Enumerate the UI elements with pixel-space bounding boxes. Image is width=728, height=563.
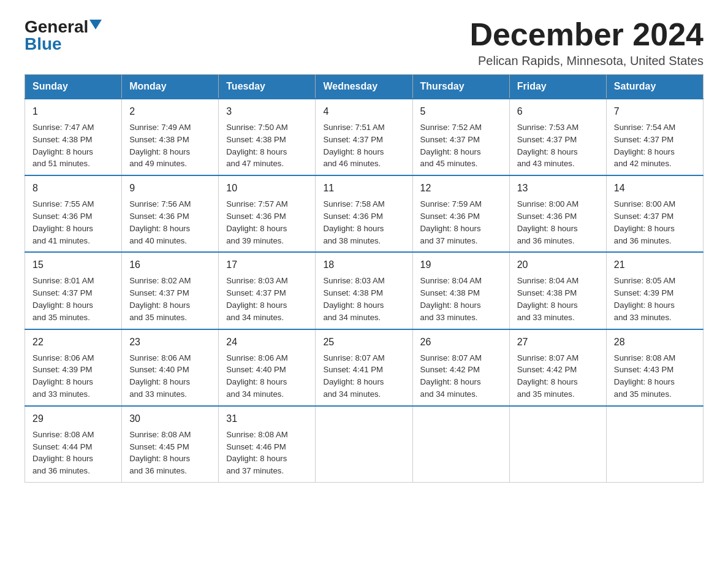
day-number: 23 xyxy=(129,335,211,350)
calendar-week-row: 1Sunrise: 7:47 AM Sunset: 4:38 PM Daylig… xyxy=(25,99,703,175)
calendar-cell: 4Sunrise: 7:51 AM Sunset: 4:37 PM Daylig… xyxy=(316,99,412,175)
day-info: Sunrise: 7:51 AM Sunset: 4:37 PM Dayligh… xyxy=(323,121,404,170)
day-number: 15 xyxy=(32,258,114,272)
calendar-cell: 3Sunrise: 7:50 AM Sunset: 4:38 PM Daylig… xyxy=(219,99,316,175)
calendar-week-row: 15Sunrise: 8:01 AM Sunset: 4:37 PM Dayli… xyxy=(25,252,703,329)
day-number: 18 xyxy=(323,258,404,272)
calendar-cell xyxy=(509,406,606,483)
day-number: 30 xyxy=(129,412,211,426)
calendar-cell: 25Sunrise: 8:07 AM Sunset: 4:41 PM Dayli… xyxy=(316,329,412,406)
day-info: Sunrise: 7:56 AM Sunset: 4:36 PM Dayligh… xyxy=(129,198,211,247)
day-number: 22 xyxy=(32,335,114,350)
day-of-week-header: Monday xyxy=(122,75,219,99)
day-number: 26 xyxy=(420,335,502,350)
day-number: 13 xyxy=(517,181,599,196)
day-info: Sunrise: 8:01 AM Sunset: 4:37 PM Dayligh… xyxy=(32,275,114,323)
day-number: 12 xyxy=(420,181,502,196)
calendar-cell: 15Sunrise: 8:01 AM Sunset: 4:37 PM Dayli… xyxy=(25,252,122,329)
day-info: Sunrise: 8:08 AM Sunset: 4:45 PM Dayligh… xyxy=(129,429,211,477)
day-info: Sunrise: 8:07 AM Sunset: 4:41 PM Dayligh… xyxy=(323,352,404,400)
day-number: 5 xyxy=(420,104,502,119)
day-info: Sunrise: 7:57 AM Sunset: 4:36 PM Dayligh… xyxy=(226,198,308,247)
day-info: Sunrise: 8:07 AM Sunset: 4:42 PM Dayligh… xyxy=(420,352,502,400)
day-info: Sunrise: 7:52 AM Sunset: 4:37 PM Dayligh… xyxy=(420,121,502,170)
calendar-cell: 12Sunrise: 7:59 AM Sunset: 4:36 PM Dayli… xyxy=(412,175,509,252)
calendar-cell xyxy=(606,406,703,483)
day-of-week-header: Wednesday xyxy=(316,75,412,99)
calendar-cell: 14Sunrise: 8:00 AM Sunset: 4:37 PM Dayli… xyxy=(606,175,703,252)
day-of-week-header: Sunday xyxy=(25,75,122,99)
calendar-cell: 23Sunrise: 8:06 AM Sunset: 4:40 PM Dayli… xyxy=(122,329,219,406)
calendar-cell: 5Sunrise: 7:52 AM Sunset: 4:37 PM Daylig… xyxy=(412,99,509,175)
day-info: Sunrise: 8:07 AM Sunset: 4:42 PM Dayligh… xyxy=(517,352,599,400)
logo-general-text: General xyxy=(25,18,88,36)
calendar-cell: 9Sunrise: 7:56 AM Sunset: 4:36 PM Daylig… xyxy=(122,175,219,252)
day-info: Sunrise: 8:02 AM Sunset: 4:37 PM Dayligh… xyxy=(129,275,211,323)
day-info: Sunrise: 8:03 AM Sunset: 4:38 PM Dayligh… xyxy=(323,275,404,323)
calendar-cell: 27Sunrise: 8:07 AM Sunset: 4:42 PM Dayli… xyxy=(509,329,606,406)
calendar-cell: 11Sunrise: 7:58 AM Sunset: 4:36 PM Dayli… xyxy=(316,175,412,252)
calendar-cell: 28Sunrise: 8:08 AM Sunset: 4:43 PM Dayli… xyxy=(606,329,703,406)
day-number: 1 xyxy=(32,104,114,119)
calendar-week-row: 29Sunrise: 8:08 AM Sunset: 4:44 PM Dayli… xyxy=(25,406,703,483)
day-info: Sunrise: 8:05 AM Sunset: 4:39 PM Dayligh… xyxy=(614,275,696,323)
day-info: Sunrise: 8:08 AM Sunset: 4:46 PM Dayligh… xyxy=(226,429,308,477)
calendar-cell: 18Sunrise: 8:03 AM Sunset: 4:38 PM Dayli… xyxy=(316,252,412,329)
calendar-cell: 19Sunrise: 8:04 AM Sunset: 4:38 PM Dayli… xyxy=(412,252,509,329)
calendar-cell: 30Sunrise: 8:08 AM Sunset: 4:45 PM Dayli… xyxy=(122,406,219,483)
day-info: Sunrise: 7:47 AM Sunset: 4:38 PM Dayligh… xyxy=(32,121,114,170)
calendar-cell: 7Sunrise: 7:54 AM Sunset: 4:37 PM Daylig… xyxy=(606,99,703,175)
calendar-cell: 10Sunrise: 7:57 AM Sunset: 4:36 PM Dayli… xyxy=(219,175,316,252)
calendar-cell: 26Sunrise: 8:07 AM Sunset: 4:42 PM Dayli… xyxy=(412,329,509,406)
month-title: December 2024 xyxy=(469,18,703,50)
day-number: 21 xyxy=(614,258,696,272)
calendar-cell: 16Sunrise: 8:02 AM Sunset: 4:37 PM Dayli… xyxy=(122,252,219,329)
day-number: 8 xyxy=(32,181,114,196)
day-info: Sunrise: 7:59 AM Sunset: 4:36 PM Dayligh… xyxy=(420,198,502,247)
day-info: Sunrise: 8:08 AM Sunset: 4:44 PM Dayligh… xyxy=(32,429,114,477)
day-info: Sunrise: 8:00 AM Sunset: 4:37 PM Dayligh… xyxy=(614,198,696,247)
day-number: 31 xyxy=(226,412,308,426)
calendar-cell: 29Sunrise: 8:08 AM Sunset: 4:44 PM Dayli… xyxy=(25,406,122,483)
day-number: 3 xyxy=(226,104,308,119)
day-info: Sunrise: 8:08 AM Sunset: 4:43 PM Dayligh… xyxy=(614,352,696,400)
day-number: 20 xyxy=(517,258,599,272)
day-info: Sunrise: 8:06 AM Sunset: 4:40 PM Dayligh… xyxy=(129,352,211,400)
calendar-table: SundayMondayTuesdayWednesdayThursdayFrid… xyxy=(25,74,703,483)
calendar-cell: 31Sunrise: 8:08 AM Sunset: 4:46 PM Dayli… xyxy=(219,406,316,483)
day-of-week-header: Saturday xyxy=(606,75,703,99)
calendar-cell: 20Sunrise: 8:04 AM Sunset: 4:38 PM Dayli… xyxy=(509,252,606,329)
calendar-cell xyxy=(412,406,509,483)
day-number: 16 xyxy=(129,258,211,272)
day-number: 14 xyxy=(614,181,696,196)
day-info: Sunrise: 8:03 AM Sunset: 4:37 PM Dayligh… xyxy=(226,275,308,323)
calendar-cell: 21Sunrise: 8:05 AM Sunset: 4:39 PM Dayli… xyxy=(606,252,703,329)
day-info: Sunrise: 8:06 AM Sunset: 4:39 PM Dayligh… xyxy=(32,352,114,400)
day-info: Sunrise: 7:58 AM Sunset: 4:36 PM Dayligh… xyxy=(323,198,404,247)
calendar-cell: 13Sunrise: 8:00 AM Sunset: 4:36 PM Dayli… xyxy=(509,175,606,252)
calendar-cell: 2Sunrise: 7:49 AM Sunset: 4:38 PM Daylig… xyxy=(122,99,219,175)
calendar-header: SundayMondayTuesdayWednesdayThursdayFrid… xyxy=(25,75,703,99)
day-number: 10 xyxy=(226,181,308,196)
logo-blue-text: Blue xyxy=(25,36,62,53)
day-info: Sunrise: 8:00 AM Sunset: 4:36 PM Dayligh… xyxy=(517,198,599,247)
day-number: 17 xyxy=(226,258,308,272)
day-number: 29 xyxy=(32,412,114,426)
day-of-week-header: Friday xyxy=(509,75,606,99)
day-info: Sunrise: 8:04 AM Sunset: 4:38 PM Dayligh… xyxy=(420,275,502,323)
day-of-week-header: Tuesday xyxy=(219,75,316,99)
day-number: 2 xyxy=(129,104,211,119)
calendar-week-row: 22Sunrise: 8:06 AM Sunset: 4:39 PM Dayli… xyxy=(25,329,703,406)
calendar-cell: 17Sunrise: 8:03 AM Sunset: 4:37 PM Dayli… xyxy=(219,252,316,329)
calendar-cell: 6Sunrise: 7:53 AM Sunset: 4:37 PM Daylig… xyxy=(509,99,606,175)
day-number: 25 xyxy=(323,335,404,350)
day-number: 27 xyxy=(517,335,599,350)
calendar-body: 1Sunrise: 7:47 AM Sunset: 4:38 PM Daylig… xyxy=(25,99,703,482)
day-number: 19 xyxy=(420,258,502,272)
calendar-cell: 24Sunrise: 8:06 AM Sunset: 4:40 PM Dayli… xyxy=(219,329,316,406)
logo: General Blue xyxy=(25,18,102,53)
day-number: 28 xyxy=(614,335,696,350)
days-of-week-row: SundayMondayTuesdayWednesdayThursdayFrid… xyxy=(25,75,703,99)
page-header: General Blue December 2024 Pelican Rapid… xyxy=(25,18,703,68)
day-number: 6 xyxy=(517,104,599,119)
